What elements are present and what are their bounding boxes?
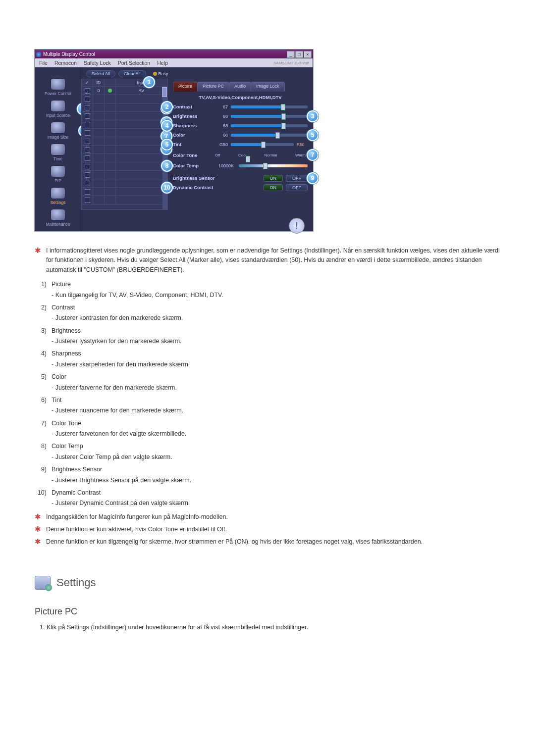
row-id bbox=[93, 137, 105, 145]
scrollbar-thumb[interactable] bbox=[162, 87, 167, 97]
maximize-button[interactable]: □ bbox=[295, 51, 303, 58]
select-all-button[interactable]: Select All bbox=[86, 70, 115, 77]
row-contrast: 2 Contrast 67 bbox=[173, 102, 308, 111]
sidebar-item-maintenance[interactable]: Maintenance bbox=[46, 209, 70, 227]
grid-row[interactable] bbox=[82, 196, 167, 204]
sidebar-item-power-control[interactable]: Power Control bbox=[45, 78, 71, 96]
tabs: Picture Picture PC Audio Image Lock 1 bbox=[173, 82, 308, 92]
grid-row[interactable] bbox=[82, 188, 167, 196]
star-icon: ✱ bbox=[35, 538, 41, 546]
row-checkbox[interactable] bbox=[85, 130, 90, 136]
tone-opt-normal: Normal bbox=[265, 153, 277, 157]
tone-opt-warm: Warm bbox=[295, 153, 306, 157]
item-description: - Justerer kontrasten for den markerede … bbox=[52, 313, 183, 323]
slider-tint[interactable] bbox=[231, 143, 294, 146]
value-contrast: 67 bbox=[213, 104, 228, 109]
grid-row[interactable] bbox=[82, 129, 167, 137]
row-checkbox[interactable] bbox=[85, 122, 90, 127]
tab-picture[interactable]: Picture bbox=[173, 82, 198, 92]
grid-row[interactable]: 0AV bbox=[82, 87, 167, 95]
item-title: Brightness bbox=[52, 327, 81, 334]
row-input bbox=[116, 120, 167, 128]
slider-color[interactable] bbox=[231, 134, 308, 137]
clear-all-button[interactable]: Clear All bbox=[118, 70, 146, 77]
tab-image-lock[interactable]: Image Lock bbox=[251, 82, 285, 92]
dynamic-contrast-on-button[interactable]: ON bbox=[264, 184, 283, 191]
minimize-button[interactable]: _ bbox=[287, 51, 295, 58]
grid-row[interactable] bbox=[82, 112, 167, 120]
row-id bbox=[93, 179, 105, 187]
feature-item: 5)Color- Justerer farverne for den marke… bbox=[35, 372, 500, 393]
menu-safety-lock[interactable]: Safety Lock bbox=[84, 60, 111, 66]
row-checkbox[interactable] bbox=[85, 189, 90, 195]
item-number: 10) bbox=[35, 488, 47, 508]
item-description: - Justerer nuancerne for den markerede s… bbox=[52, 406, 183, 415]
row-checkbox[interactable] bbox=[85, 164, 90, 169]
grid-row[interactable] bbox=[82, 154, 167, 162]
slider-contrast[interactable] bbox=[231, 105, 308, 108]
brightness-sensor-off-button[interactable]: OFF bbox=[286, 175, 308, 182]
row-color: Color 60 5 bbox=[173, 130, 308, 140]
row-id bbox=[93, 162, 105, 170]
tab-audio[interactable]: Audio bbox=[229, 82, 251, 92]
callout-badge: 2 bbox=[161, 101, 173, 113]
sidebar-item-pip[interactable]: PIP bbox=[51, 165, 65, 183]
row-status bbox=[105, 171, 116, 179]
menu-remocon[interactable]: Remocon bbox=[54, 60, 77, 66]
row-input bbox=[116, 112, 167, 120]
sidebar-item-time[interactable]: Time 4 bbox=[51, 144, 65, 161]
app-icon bbox=[36, 52, 41, 57]
row-checkbox[interactable] bbox=[85, 113, 90, 119]
row-checkbox[interactable] bbox=[85, 88, 90, 94]
brightness-sensor-on-button[interactable]: ON bbox=[264, 175, 283, 182]
grid-row[interactable] bbox=[82, 179, 167, 188]
display-grid: ✓ ID Input 0AV 1 5 6 7 8 bbox=[81, 79, 168, 210]
window-controls: _ □ × bbox=[287, 51, 312, 58]
grid-row[interactable] bbox=[82, 95, 167, 103]
row-id bbox=[93, 154, 105, 162]
menu-port-selection[interactable]: Port Selection bbox=[118, 60, 150, 66]
menu-help[interactable]: Help bbox=[157, 60, 168, 66]
item-body: Dynamic Contrast- Justerer Dynamic Contr… bbox=[52, 488, 190, 508]
feature-item: 1)Picture- Kun tilgængelig for TV, AV, S… bbox=[35, 280, 500, 300]
slider-brightness[interactable] bbox=[231, 115, 308, 118]
sidebar-item-image-size[interactable]: Image Size 3 bbox=[48, 122, 69, 140]
sidebar-label: Power Control bbox=[45, 91, 71, 96]
grid-row[interactable] bbox=[82, 162, 167, 171]
grid-row[interactable] bbox=[82, 171, 167, 179]
dynamic-contrast-off-button[interactable]: OFF bbox=[286, 184, 308, 191]
row-status bbox=[105, 120, 116, 128]
item-description: - Justerer farvetonen for det valgte skæ… bbox=[52, 429, 186, 439]
row-checkbox[interactable] bbox=[85, 172, 90, 178]
busy-label: Busy bbox=[159, 71, 168, 76]
slider-sharpness[interactable] bbox=[231, 124, 308, 127]
row-checkbox[interactable] bbox=[85, 181, 90, 186]
row-checkbox[interactable] bbox=[85, 147, 90, 152]
help-icon[interactable]: ! bbox=[289, 218, 305, 234]
menu-file[interactable]: File bbox=[39, 60, 48, 66]
note-text: Denne funktion er kun tilgængelig for sk… bbox=[46, 537, 423, 547]
grid-row[interactable] bbox=[82, 103, 167, 112]
value-tint-left: G50 bbox=[213, 142, 228, 147]
row-checkbox[interactable] bbox=[85, 105, 90, 110]
sidebar-item-input-source[interactable]: Input Source 2 bbox=[46, 100, 70, 118]
tab-picture-pc[interactable]: Picture PC bbox=[197, 82, 229, 92]
input-source-icon bbox=[51, 100, 65, 112]
row-status bbox=[105, 129, 116, 137]
row-checkbox[interactable] bbox=[85, 139, 90, 144]
slider-color-temp[interactable] bbox=[239, 164, 308, 167]
row-checkbox[interactable] bbox=[85, 155, 90, 161]
grid-row[interactable] bbox=[82, 146, 167, 154]
sidebar-item-settings[interactable]: Settings bbox=[51, 187, 66, 205]
feature-item: 2)Contrast- Justerer kontrasten for den … bbox=[35, 303, 500, 323]
grid-row[interactable] bbox=[82, 137, 167, 146]
item-number: 5) bbox=[35, 372, 47, 393]
row-checkbox[interactable] bbox=[85, 97, 90, 102]
row-id bbox=[93, 146, 105, 153]
row-checkbox[interactable] bbox=[85, 198, 90, 203]
close-button[interactable]: × bbox=[304, 51, 312, 58]
image-size-icon bbox=[51, 122, 65, 134]
grid-row[interactable] bbox=[82, 120, 167, 129]
item-number: 4) bbox=[35, 349, 47, 369]
section-header: Settings bbox=[35, 574, 500, 591]
